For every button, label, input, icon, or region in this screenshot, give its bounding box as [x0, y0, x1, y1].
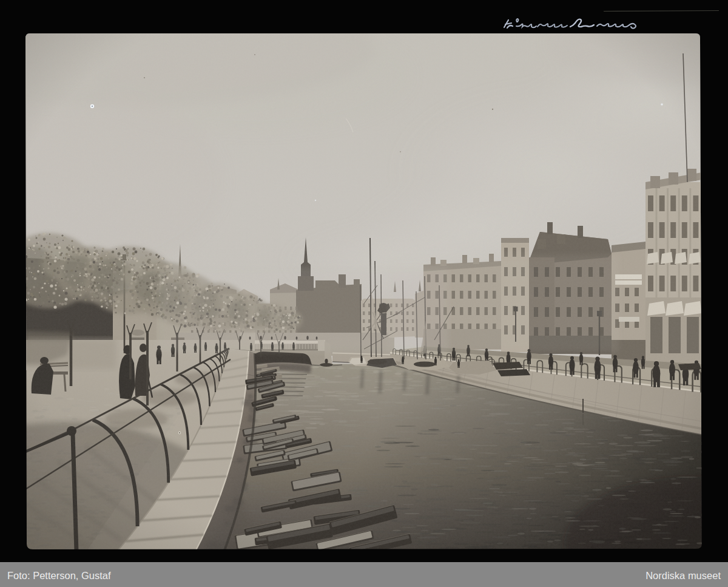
- svg-text:Nordiska museet: Nordiska museet: [645, 570, 721, 581]
- svg-text:Foto: Petterson, Gustaf: Foto: Petterson, Gustaf: [7, 570, 111, 581]
